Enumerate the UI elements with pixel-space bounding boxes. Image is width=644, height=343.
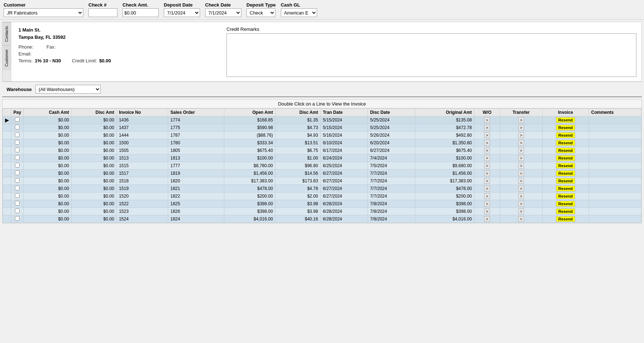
resend-button[interactable]: Resend	[556, 155, 576, 161]
row-pay-checkbox[interactable]	[15, 216, 20, 221]
row-transfer[interactable]: >	[500, 193, 542, 200]
table-row[interactable]: $0.00$0.0015181820$17,383.00$173.836/27/…	[3, 177, 641, 185]
table-row[interactable]: $0.00$0.0015231826$398.00$3.986/28/20247…	[3, 208, 641, 215]
row-wo[interactable]: >	[474, 215, 500, 223]
transfer-button[interactable]: >	[518, 155, 524, 161]
row-invoice[interactable]: Resend	[542, 124, 589, 132]
row-transfer[interactable]: >	[500, 185, 542, 193]
row-transfer[interactable]: >	[500, 208, 542, 215]
row-checkbox-cell[interactable]	[11, 154, 24, 162]
contacts-tab[interactable]: Contacts	[3, 22, 11, 45]
row-wo[interactable]: >	[474, 208, 500, 215]
transfer-button[interactable]: >	[518, 132, 524, 138]
row-wo[interactable]: >	[474, 139, 500, 147]
row-pay-checkbox[interactable]	[15, 148, 20, 152]
row-transfer[interactable]: >	[500, 177, 542, 185]
customer-tab[interactable]: Customer	[3, 45, 11, 70]
transfer-button[interactable]: >	[518, 170, 524, 176]
row-checkbox-cell[interactable]	[11, 177, 24, 185]
row-invoice[interactable]: Resend	[542, 193, 589, 200]
row-invoice[interactable]: Resend	[542, 200, 589, 208]
row-transfer[interactable]: >	[500, 139, 542, 147]
transfer-button[interactable]: >	[518, 140, 524, 146]
row-transfer[interactable]: >	[500, 162, 542, 170]
table-row[interactable]: $0.00$0.0015191821$478.00$4.786/27/20247…	[3, 185, 641, 193]
wo-button[interactable]: >	[484, 117, 490, 123]
credit-remarks-textarea[interactable]	[227, 33, 636, 77]
row-wo[interactable]: >	[474, 177, 500, 185]
wo-button[interactable]: >	[484, 178, 490, 184]
row-wo[interactable]: >	[474, 116, 500, 124]
transfer-button[interactable]: >	[518, 201, 524, 207]
row-checkbox-cell[interactable]	[11, 116, 24, 124]
transfer-button[interactable]: >	[518, 208, 524, 214]
row-transfer[interactable]: >	[500, 124, 542, 132]
table-row[interactable]: $0.00$0.0015171819$1,456.00$14.566/27/20…	[3, 170, 641, 177]
row-checkbox-cell[interactable]	[11, 185, 24, 193]
row-wo[interactable]: >	[474, 154, 500, 162]
row-wo[interactable]: >	[474, 200, 500, 208]
warehouse-select[interactable]: (All Warehouses)	[36, 85, 101, 94]
row-invoice[interactable]: Resend	[542, 139, 589, 147]
row-transfer[interactable]: >	[500, 132, 542, 139]
row-invoice[interactable]: Resend	[542, 170, 589, 177]
wo-button[interactable]: >	[484, 216, 490, 222]
row-invoice[interactable]: Resend	[542, 215, 589, 223]
resend-button[interactable]: Resend	[556, 132, 576, 138]
row-wo[interactable]: >	[474, 193, 500, 200]
deposit-type-select[interactable]: Check	[246, 8, 275, 17]
resend-button[interactable]: Resend	[556, 193, 576, 199]
table-row[interactable]: $0.00$0.0015221825$398.00$3.986/28/20247…	[3, 200, 641, 208]
table-row[interactable]: $0.00$0.0015201822$200.00$2.006/27/20247…	[3, 193, 641, 200]
transfer-button[interactable]: >	[518, 178, 524, 184]
row-checkbox-cell[interactable]	[11, 208, 24, 215]
row-pay-checkbox[interactable]	[15, 178, 20, 183]
table-row[interactable]: $0.00$0.0014441787($88.76)$4.935/16/2024…	[3, 132, 641, 139]
resend-button[interactable]: Resend	[556, 163, 576, 169]
table-row[interactable]: $0.00$0.0015051805$675.40$6.756/17/20246…	[3, 147, 641, 154]
transfer-button[interactable]: >	[518, 186, 524, 191]
row-checkbox-cell[interactable]	[11, 170, 24, 177]
row-wo[interactable]: >	[474, 162, 500, 170]
resend-button[interactable]: Resend	[556, 208, 576, 214]
row-pay-checkbox[interactable]	[15, 201, 20, 206]
wo-button[interactable]: >	[484, 148, 490, 153]
transfer-button[interactable]: >	[518, 125, 524, 131]
resend-button[interactable]: Resend	[556, 216, 576, 222]
row-checkbox-cell[interactable]	[11, 124, 24, 132]
row-pay-checkbox[interactable]	[15, 208, 20, 213]
wo-button[interactable]: >	[484, 208, 490, 214]
check-amt-input[interactable]	[122, 8, 159, 17]
row-checkbox-cell[interactable]	[11, 139, 24, 147]
row-transfer[interactable]: >	[500, 215, 542, 223]
wo-button[interactable]: >	[484, 132, 490, 138]
row-wo[interactable]: >	[474, 147, 500, 154]
customer-select[interactable]: JR Fabricators	[4, 8, 83, 17]
table-row[interactable]: $0.00$0.0015001780$333.34$13.516/10/2024…	[3, 139, 641, 147]
row-wo[interactable]: >	[474, 185, 500, 193]
row-checkbox-cell[interactable]	[11, 200, 24, 208]
row-invoice[interactable]: Resend	[542, 162, 589, 170]
check-num-input[interactable]	[88, 8, 117, 17]
resend-button[interactable]: Resend	[556, 170, 576, 176]
wo-button[interactable]: >	[484, 155, 490, 161]
cash-gl-select[interactable]: American E	[281, 8, 317, 17]
transfer-button[interactable]: >	[518, 117, 524, 123]
row-checkbox-cell[interactable]	[11, 147, 24, 154]
resend-button[interactable]: Resend	[556, 117, 576, 123]
row-transfer[interactable]: >	[500, 200, 542, 208]
row-checkbox-cell[interactable]	[11, 162, 24, 170]
check-date-select[interactable]: 7/1/2024	[205, 8, 241, 17]
table-row[interactable]: $0.00$0.0015241824$4,016.00$40.166/28/20…	[3, 215, 641, 223]
row-wo[interactable]: >	[474, 170, 500, 177]
table-row[interactable]: ▶$0.00$0.0014361774$168.85$1.355/15/2024…	[3, 116, 641, 124]
row-invoice[interactable]: Resend	[542, 177, 589, 185]
resend-button[interactable]: Resend	[556, 178, 576, 184]
row-pay-checkbox[interactable]	[15, 186, 20, 190]
row-pay-checkbox[interactable]	[15, 125, 20, 129]
table-row[interactable]: $0.00$0.0015131813$100.00$1.006/24/20247…	[3, 154, 641, 162]
transfer-button[interactable]: >	[518, 148, 524, 153]
row-pay-checkbox[interactable]	[15, 132, 20, 137]
resend-button[interactable]: Resend	[556, 140, 576, 146]
row-pay-checkbox[interactable]	[15, 117, 20, 122]
